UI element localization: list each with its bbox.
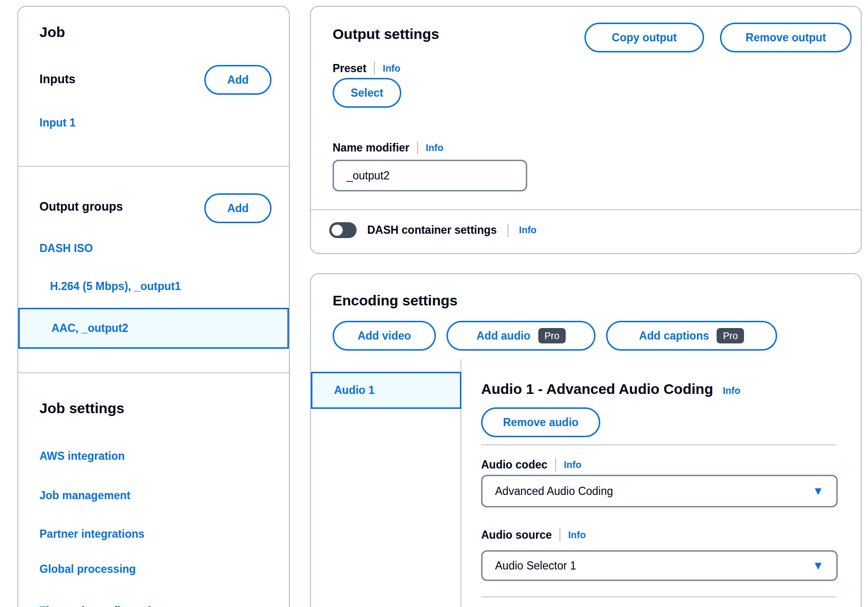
audio-panel-heading: Audio 1 - Advanced Audio Coding <box>481 381 713 397</box>
divider <box>508 224 508 237</box>
chevron-down-icon: ▼ <box>812 560 824 571</box>
add-audio-label: Add audio <box>476 329 530 342</box>
sidebar-item-dash-iso[interactable]: DASH ISO <box>39 242 93 255</box>
chevron-down-icon: ▼ <box>812 485 824 497</box>
audio-panel-info-link[interactable]: Info <box>723 385 741 396</box>
divider <box>374 62 375 75</box>
add-video-button[interactable]: Add video <box>333 321 436 351</box>
tab-audio-1-label: Audio 1 <box>334 384 374 397</box>
toggle-knob-icon <box>332 225 343 236</box>
divider <box>18 372 289 373</box>
copy-output-button[interactable]: Copy output <box>584 23 704 52</box>
preset-select-button[interactable]: Select <box>333 78 401 108</box>
output-groups-label: Output groups <box>39 200 123 214</box>
audio-codec-value: Advanced Audio Coding <box>495 485 613 498</box>
divider <box>481 444 836 445</box>
divider <box>481 596 836 597</box>
output-settings-title: Output settings <box>333 26 439 42</box>
divider <box>18 166 289 167</box>
dash-container-info-link[interactable]: Info <box>519 225 537 236</box>
audio-source-value: Audio Selector 1 <box>495 559 576 572</box>
audio-source-select[interactable]: Audio Selector 1 ▼ <box>481 550 838 581</box>
output-settings-panel: Output settings Copy output Remove outpu… <box>310 6 862 254</box>
pro-badge: Pro <box>717 328 744 343</box>
audio-codec-info-link[interactable]: Info <box>564 459 582 470</box>
sidebar-item-timecode-configuration[interactable]: Timecode configuration <box>39 605 164 607</box>
tab-audio-1[interactable]: Audio 1 <box>311 372 461 409</box>
divider <box>311 209 861 210</box>
dash-container-settings-label: DASH container settings <box>367 224 497 237</box>
job-panel: Job Inputs Add Input 1 Output groups Add… <box>17 6 290 607</box>
remove-output-button[interactable]: Remove output <box>720 23 852 52</box>
divider <box>559 528 560 542</box>
sidebar-item-output-2-label: AAC, _output2 <box>51 322 128 335</box>
sidebar-item-input-1[interactable]: Input 1 <box>39 116 75 129</box>
name-modifier-input[interactable] <box>333 160 527 191</box>
audio-source-label: Audio source <box>481 529 552 542</box>
add-input-button[interactable]: Add <box>204 65 272 95</box>
job-settings-title: Job settings <box>39 400 124 417</box>
audio-codec-select[interactable]: Advanced Audio Coding ▼ <box>481 475 838 507</box>
sidebar-item-job-management[interactable]: Job management <box>39 489 130 502</box>
divider <box>417 141 418 154</box>
sidebar-item-output-2-selected[interactable]: AAC, _output2 <box>18 308 289 349</box>
name-modifier-info-link[interactable]: Info <box>426 142 444 153</box>
add-captions-button[interactable]: Add captions Pro <box>606 321 777 351</box>
encoding-settings-panel: Encoding settings Add video Add audio Pr… <box>310 273 862 607</box>
audio-codec-label: Audio codec <box>481 458 547 471</box>
divider <box>555 458 556 471</box>
name-modifier-label: Name modifier <box>333 141 409 154</box>
add-output-group-button[interactable]: Add <box>204 193 272 223</box>
pro-badge: Pro <box>538 328 566 343</box>
sidebar-item-output-1[interactable]: H.264 (5 Mbps), _output1 <box>50 280 181 293</box>
sidebar-item-global-processing[interactable]: Global processing <box>39 563 136 576</box>
sidebar-item-aws-integration[interactable]: AWS integration <box>39 450 125 463</box>
add-captions-label: Add captions <box>639 329 709 342</box>
remove-audio-button[interactable]: Remove audio <box>481 407 600 437</box>
add-audio-button[interactable]: Add audio Pro <box>446 321 595 351</box>
audio-source-info-link[interactable]: Info <box>568 530 586 541</box>
inputs-label: Inputs <box>39 72 75 86</box>
preset-info-link[interactable]: Info <box>383 63 400 74</box>
encoding-settings-title: Encoding settings <box>333 292 458 309</box>
sidebar-item-partner-integrations[interactable]: Partner integrations <box>39 528 145 541</box>
job-panel-title: Job <box>39 24 65 40</box>
dash-container-toggle[interactable] <box>329 222 357 238</box>
preset-label: Preset <box>333 62 366 75</box>
